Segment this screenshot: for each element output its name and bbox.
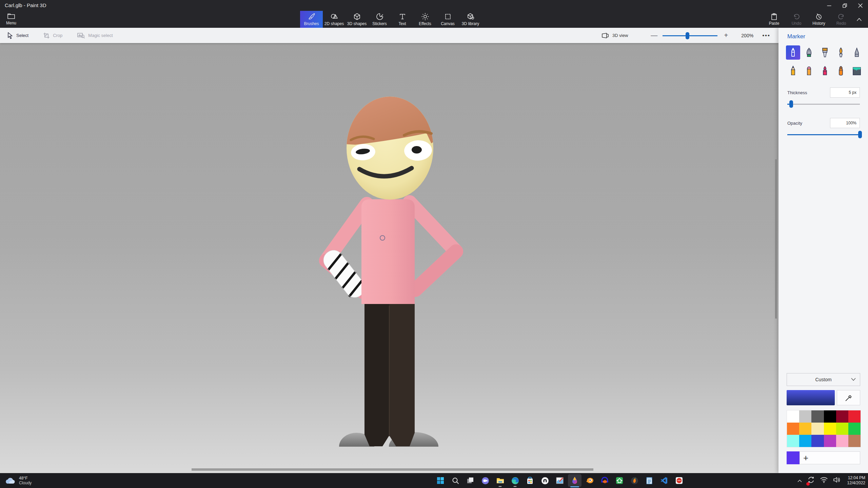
- palette-swatch[interactable]: [799, 410, 811, 423]
- teams-chat-button[interactable]: [481, 476, 489, 485]
- round-app-button[interactable]: [541, 476, 549, 485]
- palette-swatch[interactable]: [836, 410, 848, 423]
- palette-swatch[interactable]: [799, 423, 811, 435]
- brush-spray-can[interactable]: [834, 64, 848, 78]
- thickness-input[interactable]: 5 px: [830, 87, 860, 98]
- paste-button[interactable]: Paste: [763, 11, 785, 28]
- redo-button[interactable]: Redo: [830, 11, 852, 28]
- palette-swatch[interactable]: [836, 435, 848, 447]
- tab-brushes[interactable]: Brushes: [300, 11, 323, 28]
- notepad-button[interactable]: [645, 476, 653, 485]
- sticker-icon: [376, 13, 383, 20]
- select-button[interactable]: Select: [7, 32, 28, 39]
- tab-text[interactable]: Text: [391, 11, 414, 28]
- fl-studio-button[interactable]: [630, 476, 638, 485]
- palette-swatch[interactable]: [848, 410, 861, 423]
- brush-pencil[interactable]: [786, 64, 800, 78]
- carl-pants: [364, 304, 415, 446]
- search-button[interactable]: [451, 476, 459, 485]
- brush-eraser[interactable]: [802, 64, 816, 78]
- file-explorer-button[interactable]: [496, 476, 504, 485]
- tab-stickers[interactable]: Stickers: [368, 11, 391, 28]
- tab-3d-library[interactable]: 3D library: [459, 11, 482, 28]
- 3d-view-button[interactable]: 3D view: [601, 33, 628, 38]
- vscode-button[interactable]: [660, 476, 668, 485]
- weather-widget[interactable]: 48°F Cloudy: [5, 476, 32, 485]
- audacity-button[interactable]: [600, 476, 609, 485]
- brush-marker[interactable]: [786, 45, 800, 60]
- thickness-slider-thumb[interactable]: [789, 100, 793, 108]
- zoom-out-button[interactable]: —: [648, 32, 660, 39]
- history-button[interactable]: History: [808, 11, 830, 28]
- brush-calligraphy-pen[interactable]: [802, 45, 816, 60]
- audacity-icon: [601, 477, 609, 485]
- restore-button[interactable]: [837, 0, 852, 11]
- palette-swatch[interactable]: [787, 410, 799, 423]
- palette-swatch[interactable]: [811, 423, 824, 435]
- zoom-slider[interactable]: [663, 32, 717, 39]
- tab-effects[interactable]: Effects: [414, 11, 436, 28]
- more-options-button[interactable]: •••: [762, 32, 770, 39]
- carl-3d-model[interactable]: [0, 43, 778, 473]
- task-view-button[interactable]: [466, 476, 474, 485]
- palette-swatch[interactable]: [811, 435, 824, 447]
- opacity-slider[interactable]: [787, 131, 860, 138]
- palette-swatch[interactable]: [848, 435, 861, 447]
- opacity-slider-thumb[interactable]: [858, 131, 862, 138]
- paint-button[interactable]: [556, 476, 564, 485]
- start-button[interactable]: [436, 476, 445, 485]
- gradient-color-swatch[interactable]: [787, 390, 835, 405]
- palette-swatch[interactable]: [799, 435, 811, 447]
- paint-3d-button[interactable]: [571, 476, 579, 485]
- palette-swatch[interactable]: [811, 410, 824, 423]
- paint3d-window: Carl.glb - Paint 3D Menu Brushes: [0, 0, 868, 488]
- magic-select-button[interactable]: Magic select: [77, 33, 113, 39]
- palette-swatch[interactable]: [824, 410, 836, 423]
- tab-canvas[interactable]: Canvas: [436, 11, 459, 28]
- menu-button[interactable]: Menu: [0, 11, 22, 28]
- store-button[interactable]: [526, 476, 534, 485]
- edge-icon: [511, 477, 519, 485]
- opacity-input[interactable]: 100%: [830, 118, 860, 128]
- edge-button[interactable]: [511, 476, 519, 485]
- vertical-scrollbar[interactable]: [775, 159, 777, 319]
- palette-swatch[interactable]: [848, 423, 861, 435]
- brush-oil-brush[interactable]: [818, 45, 832, 60]
- brush-watercolor[interactable]: [834, 45, 848, 60]
- palette-swatch[interactable]: [824, 423, 836, 435]
- brush-fill[interactable]: [850, 64, 864, 78]
- palette-group-dropdown[interactable]: Custom: [787, 373, 860, 386]
- palette-swatch[interactable]: [787, 435, 799, 447]
- eyedropper-button[interactable]: [837, 390, 860, 405]
- collapse-ribbon-button[interactable]: [852, 11, 866, 28]
- canvas-viewport[interactable]: [0, 43, 778, 473]
- trend-micro-button[interactable]: [675, 476, 683, 485]
- brush-pixel-pen[interactable]: [850, 45, 864, 60]
- current-color-swatch[interactable]: [787, 451, 800, 464]
- brush-crayon[interactable]: [818, 64, 832, 78]
- brush-icon: [308, 13, 315, 20]
- clock[interactable]: 12:04 PM 12/4/2022: [847, 475, 865, 486]
- hidden-icons-button[interactable]: [797, 478, 802, 483]
- add-color-button[interactable]: +: [800, 451, 860, 464]
- undo-button[interactable]: Undo: [785, 11, 808, 28]
- crop-button[interactable]: Crop: [43, 33, 62, 39]
- minimize-button[interactable]: [821, 0, 837, 11]
- round-app-icon: [541, 477, 549, 485]
- oil-brush-icon: [821, 47, 829, 58]
- horizontal-scrollbar[interactable]: [192, 468, 593, 471]
- palette-swatch[interactable]: [787, 423, 799, 435]
- palette-swatch[interactable]: [824, 435, 836, 447]
- wifi-tray-icon[interactable]: [820, 477, 828, 484]
- tab-2d-shapes[interactable]: 2D shapes: [323, 11, 346, 28]
- tab-3d-shapes[interactable]: 3D shapes: [346, 11, 368, 28]
- update-tray-icon[interactable]: [807, 476, 815, 485]
- zoom-slider-thumb[interactable]: [686, 32, 689, 39]
- blender-button[interactable]: [586, 476, 594, 485]
- volume-tray-icon[interactable]: [833, 477, 841, 484]
- zoom-in-button[interactable]: +: [720, 32, 732, 39]
- palette-swatch[interactable]: [836, 423, 848, 435]
- home-app-button[interactable]: [615, 476, 624, 485]
- thickness-slider[interactable]: [787, 100, 860, 108]
- close-button[interactable]: [852, 0, 868, 11]
